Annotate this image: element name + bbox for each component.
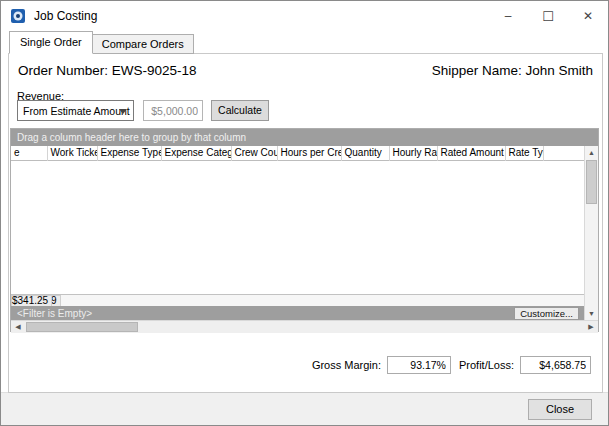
column-header[interactable]: Crew Count [231, 146, 277, 160]
column-header[interactable]: Hours per Crew [277, 146, 341, 160]
revenue-source-dropdown[interactable]: From Estimate Amount [17, 100, 134, 121]
column-header[interactable]: e [11, 146, 47, 160]
close-button[interactable]: Close [528, 399, 592, 420]
customize-button[interactable]: Customize... [514, 307, 579, 320]
order-line: Order Number: EWS-9025-18 Shipper Name: … [18, 63, 593, 78]
gross-margin-label: Gross Margin: [312, 359, 381, 371]
tab-strip: Single Order Compare Orders [9, 33, 194, 54]
minimize-icon[interactable]: – [488, 2, 528, 31]
column-header[interactable]: Work Ticket [47, 146, 97, 160]
column-header[interactable]: Rated Amount [437, 146, 505, 160]
vertical-scroll-thumb[interactable] [586, 160, 597, 204]
grid-totals-row: $5,361.49 $341.25 [11, 294, 584, 306]
scroll-up-icon[interactable]: ▲ [585, 146, 598, 159]
profit-loss-label: Profit/Loss: [459, 359, 514, 371]
job-costing-window: Job Costing – ☐ ✕ Single Order Compare O… [0, 0, 609, 426]
summary-row: Gross Margin: Profit/Loss: [312, 356, 591, 374]
revenue-source-value: From Estimate Amount [23, 105, 130, 117]
scroll-left-icon[interactable]: ◀ [11, 321, 25, 333]
order-number: Order Number: EWS-9025-18 [18, 63, 197, 78]
revenue-row: From Estimate Amount Calculate [17, 100, 269, 121]
expense-grid: Drag a column header here to group by th… [10, 128, 599, 332]
shipper-name: Shipper Name: John Smith [432, 63, 593, 78]
gross-margin-value [387, 356, 451, 374]
horizontal-scroll-thumb[interactable] [26, 322, 138, 332]
filter-text: <Filter is Empty> [17, 308, 92, 319]
tab-single-order[interactable]: Single Order [9, 31, 93, 54]
calculate-button[interactable]: Calculate [211, 100, 269, 121]
revenue-amount-input[interactable] [143, 100, 203, 121]
profit-loss-value [520, 356, 591, 374]
tab-compare-orders[interactable]: Compare Orders [93, 34, 194, 54]
filter-bar: <Filter is Empty> Customize... [11, 306, 584, 321]
column-header[interactable]: Expense Type [97, 146, 161, 160]
window-title: Job Costing [34, 9, 488, 23]
scroll-down-icon[interactable]: ▼ [585, 307, 598, 320]
maximize-icon[interactable]: ☐ [528, 2, 568, 31]
grid-rows [11, 161, 584, 294]
chevron-down-icon [119, 109, 127, 114]
close-icon[interactable]: ✕ [568, 2, 608, 31]
vertical-scrollbar[interactable]: ▲ ▼ [584, 146, 598, 320]
column-header[interactable]: Rate Type [505, 146, 543, 160]
grid-header: eWork TicketExpense TypeExpense Category… [11, 146, 584, 161]
single-order-page: Order Number: EWS-9025-18 Shipper Name: … [8, 53, 603, 393]
column-header[interactable]: Quantity [341, 146, 389, 160]
column-header[interactable]: Expense Category [161, 146, 231, 160]
group-by-bar[interactable]: Drag a column header here to group by th… [11, 129, 598, 146]
app-icon [10, 8, 26, 24]
column-header[interactable]: Hourly Rate [389, 146, 437, 160]
scroll-right-icon[interactable]: ▶ [584, 321, 598, 333]
title-bar: Job Costing – ☐ ✕ [1, 1, 608, 31]
footer-bar: Close [1, 392, 608, 425]
horizontal-scrollbar[interactable]: ◀ ▶ [11, 320, 598, 333]
